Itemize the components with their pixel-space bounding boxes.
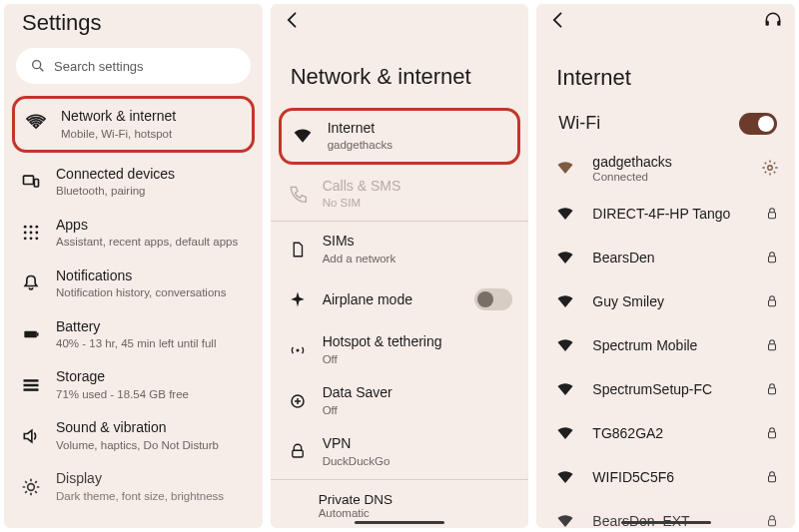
lock-icon xyxy=(765,382,779,396)
divider xyxy=(271,221,529,222)
item-private-dns[interactable]: Private DNS xyxy=(271,482,529,507)
divider xyxy=(271,479,529,480)
back-button[interactable] xyxy=(548,10,568,30)
gear-icon[interactable] xyxy=(761,159,779,177)
page-title: Network & internet xyxy=(271,36,529,108)
item-internet[interactable]: Internetgadgethacks xyxy=(282,111,518,162)
sim-icon xyxy=(287,239,309,261)
battery-icon xyxy=(20,323,42,345)
wifi-solid-icon xyxy=(556,468,574,486)
highlight-network: Network & internet Mobile, Wi-Fi, hotspo… xyxy=(12,96,255,153)
wifi-master-row: Wi-Fi xyxy=(536,105,795,145)
page-title: Internet xyxy=(536,37,795,105)
item-connected-devices[interactable]: Connected devicesBluetooth, pairing xyxy=(4,157,263,208)
item-notifications[interactable]: NotificationsNotification history, conve… xyxy=(4,259,263,309)
network-internet-screen: Network & internet Internetgadgethacks C… xyxy=(271,4,529,528)
brightness-icon xyxy=(20,476,42,498)
lock-icon xyxy=(765,251,779,265)
wifi-network[interactable]: TG862GA2 xyxy=(536,411,795,455)
airplane-icon xyxy=(287,288,309,310)
search-input[interactable]: Search settings xyxy=(16,48,251,84)
wifi-solid-icon xyxy=(292,125,314,147)
wifi-toggle[interactable] xyxy=(739,113,777,135)
lock-icon xyxy=(765,514,779,528)
storage-icon xyxy=(20,374,42,396)
highlight-internet: Internetgadgethacks xyxy=(279,108,521,165)
item-network-internet[interactable]: Network & internet Mobile, Wi-Fi, hotspo… xyxy=(15,99,252,150)
network-list: Internetgadgethacks Calls & SMSNo SIM SI… xyxy=(271,108,529,528)
item-sims[interactable]: SIMsAdd a network xyxy=(271,224,529,274)
page-title: Settings xyxy=(4,4,263,48)
wifi-network-connected[interactable]: gadgethacksConnected xyxy=(536,145,795,192)
vpn-icon xyxy=(287,440,309,462)
item-apps[interactable]: AppsAssistant, recent apps, default apps xyxy=(4,208,263,259)
lock-icon xyxy=(765,426,779,440)
wifi-solid-icon xyxy=(556,249,574,266)
wifi-icon xyxy=(25,113,47,135)
item-airplane-mode[interactable]: Airplane mode xyxy=(271,274,529,324)
item-storage[interactable]: Storage71% used - 18.54 GB free xyxy=(4,359,263,410)
wifi-solid-icon xyxy=(556,512,574,528)
search-icon xyxy=(30,58,46,74)
item-hotspot[interactable]: Hotspot & tetheringOff xyxy=(271,324,529,375)
wifi-solid-icon xyxy=(556,159,574,177)
wifi-network[interactable]: DIRECT-4F-HP Tango xyxy=(536,192,795,236)
bell-icon xyxy=(20,272,42,294)
wifi-solid-icon xyxy=(556,205,574,223)
wifi-network[interactable]: Guy Smiley xyxy=(536,279,795,323)
calls-icon xyxy=(287,183,309,205)
devices-icon xyxy=(20,171,42,193)
nav-bar xyxy=(355,521,444,524)
item-sound-vibration[interactable]: Sound & vibrationVolume, haptics, Do Not… xyxy=(4,410,263,461)
wifi-network[interactable]: WIFID5C5F6 xyxy=(536,455,795,499)
wifi-network[interactable]: BearsDen xyxy=(536,236,795,279)
settings-list: Network & internet Mobile, Wi-Fi, hotspo… xyxy=(4,96,263,528)
hotspot-icon xyxy=(287,339,309,361)
item-vpn[interactable]: VPNDuckDuckGo xyxy=(271,426,529,477)
airplane-toggle[interactable] xyxy=(474,288,512,310)
item-battery[interactable]: Battery40% - 13 hr, 45 min left until fu… xyxy=(4,309,263,360)
wifi-network[interactable]: Spectrum Mobile xyxy=(536,323,795,367)
wifi-solid-icon xyxy=(556,292,574,310)
apps-icon xyxy=(20,222,42,244)
datasaver-icon xyxy=(287,390,309,412)
internet-screen: Internet Wi-Fi gadgethacksConnected DIRE… xyxy=(536,4,795,528)
item-display[interactable]: DisplayDark theme, font size, brightness xyxy=(4,461,263,512)
wifi-solid-icon xyxy=(556,380,574,398)
back-button[interactable] xyxy=(283,10,303,30)
lock-icon xyxy=(765,470,779,484)
lock-icon xyxy=(765,207,779,221)
wifi-solid-icon xyxy=(556,424,574,442)
lock-icon xyxy=(765,338,779,352)
wifi-network[interactable]: SpectrumSetup-FC xyxy=(536,367,795,411)
headset-icon[interactable] xyxy=(763,10,783,30)
lock-icon xyxy=(765,294,779,308)
search-placeholder: Search settings xyxy=(54,59,144,74)
settings-screen: Settings Search settings Network & inter… xyxy=(4,4,263,528)
wifi-solid-icon xyxy=(556,336,574,354)
item-data-saver[interactable]: Data SaverOff xyxy=(271,375,529,426)
wifi-network-list: gadgethacksConnected DIRECT-4F-HP Tango … xyxy=(536,145,795,528)
sound-icon xyxy=(20,425,42,447)
nav-bar xyxy=(621,521,711,524)
item-calls-sms: Calls & SMSNo SIM xyxy=(271,169,529,220)
